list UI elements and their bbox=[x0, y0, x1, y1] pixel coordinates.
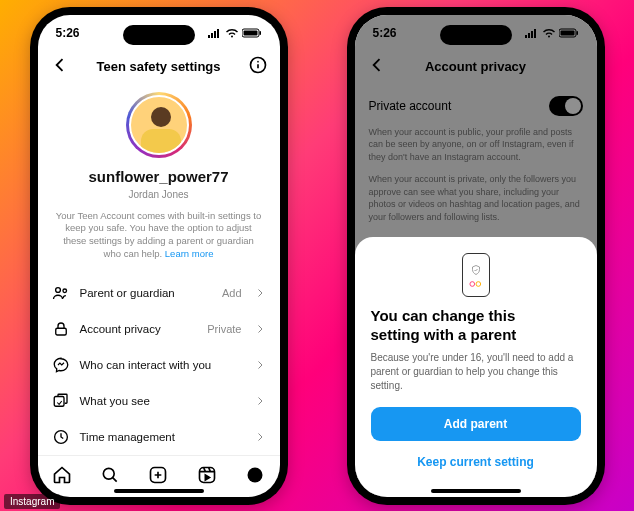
screen-left: 5:26 Teen safety settings sunflower_powe… bbox=[38, 15, 280, 497]
svg-point-15 bbox=[103, 468, 114, 479]
menu-item-parent-guardian[interactable]: Parent or guardian Add bbox=[52, 275, 266, 311]
chevron-right-icon bbox=[254, 395, 266, 407]
menu-value: Add bbox=[222, 287, 242, 299]
screen-right: 5:26 Account privacy Private account bbox=[355, 15, 597, 497]
content-area: sunflower_power77 Jordan Jones Your Teen… bbox=[38, 86, 280, 455]
info-button[interactable] bbox=[248, 55, 268, 78]
svg-point-33 bbox=[476, 281, 481, 286]
svg-rect-1 bbox=[211, 33, 213, 38]
status-icons bbox=[208, 28, 262, 38]
menu-item-what-you-see[interactable]: What you see bbox=[52, 383, 266, 419]
sheet-body: Because you're under 16, you'll need to … bbox=[371, 351, 581, 393]
nav-profile[interactable] bbox=[245, 465, 265, 485]
battery-icon bbox=[242, 28, 262, 38]
phone-left: 5:26 Teen safety settings sunflower_powe… bbox=[30, 7, 288, 505]
sheet-title-l1: You can change this bbox=[371, 307, 516, 324]
menu-label: Time management bbox=[80, 431, 244, 443]
mini-phone-icon bbox=[462, 253, 490, 297]
sheet-illustration bbox=[371, 253, 581, 297]
settings-menu: Parent or guardian Add Account privacy P… bbox=[52, 275, 266, 455]
svg-point-9 bbox=[257, 60, 259, 62]
menu-label: Account privacy bbox=[80, 323, 198, 335]
svg-point-11 bbox=[62, 289, 66, 293]
add-parent-button[interactable]: Add parent bbox=[371, 407, 581, 441]
sheet-title: You can change this setting with a paren… bbox=[371, 307, 581, 345]
phone-right: 5:26 Account privacy Private account bbox=[347, 7, 605, 505]
keep-setting-button[interactable]: Keep current setting bbox=[371, 451, 581, 473]
menu-item-time-management[interactable]: Time management bbox=[52, 419, 266, 455]
svg-rect-20 bbox=[199, 468, 214, 483]
nav-new-post[interactable] bbox=[148, 465, 168, 485]
svg-point-10 bbox=[55, 287, 60, 292]
home-indicator bbox=[114, 489, 204, 493]
status-time: 5:26 bbox=[56, 26, 80, 40]
chevron-right-icon bbox=[254, 359, 266, 371]
page-title: Teen safety settings bbox=[96, 59, 220, 74]
desc-text: Your Teen Account comes with built-in se… bbox=[56, 210, 261, 259]
dynamic-island bbox=[440, 25, 512, 45]
menu-item-interact[interactable]: Who can interact with you bbox=[52, 347, 266, 383]
clock-icon bbox=[52, 428, 70, 446]
svg-point-24 bbox=[248, 468, 263, 483]
account-description: Your Teen Account comes with built-in se… bbox=[52, 210, 266, 261]
menu-value: Private bbox=[207, 323, 241, 335]
home-indicator bbox=[431, 489, 521, 493]
signal-icon bbox=[208, 28, 222, 38]
media-icon bbox=[52, 392, 70, 410]
menu-label: What you see bbox=[80, 395, 244, 407]
shield-icon bbox=[470, 263, 482, 277]
svg-rect-3 bbox=[217, 29, 219, 38]
nav-home[interactable] bbox=[52, 465, 72, 485]
svg-rect-0 bbox=[208, 35, 210, 38]
svg-rect-12 bbox=[55, 328, 66, 335]
learn-more-link[interactable]: Learn more bbox=[165, 248, 214, 259]
chevron-right-icon bbox=[254, 287, 266, 299]
nav-search[interactable] bbox=[100, 465, 120, 485]
svg-line-16 bbox=[113, 478, 117, 482]
messenger-icon bbox=[52, 356, 70, 374]
avatar bbox=[129, 95, 189, 155]
dynamic-island bbox=[123, 25, 195, 45]
chevron-right-icon bbox=[254, 431, 266, 443]
menu-item-account-privacy[interactable]: Account privacy Private bbox=[52, 311, 266, 347]
svg-rect-2 bbox=[214, 31, 216, 38]
back-button[interactable] bbox=[50, 55, 70, 78]
nav-reels[interactable] bbox=[197, 465, 217, 485]
username: sunflower_power77 bbox=[52, 168, 266, 185]
sheet-title-l2: setting with a parent bbox=[371, 326, 517, 343]
avatar-story-ring[interactable] bbox=[126, 92, 192, 158]
modal-overlay: You can change this setting with a paren… bbox=[355, 15, 597, 497]
svg-rect-6 bbox=[259, 31, 261, 35]
infinity-icon bbox=[469, 280, 483, 288]
image-credit: Instagram bbox=[4, 494, 60, 509]
bottom-sheet: You can change this setting with a paren… bbox=[355, 237, 597, 497]
menu-label: Parent or guardian bbox=[80, 287, 212, 299]
people-icon bbox=[52, 284, 70, 302]
menu-label: Who can interact with you bbox=[80, 359, 244, 371]
real-name: Jordan Jones bbox=[52, 189, 266, 200]
page-header: Teen safety settings bbox=[38, 51, 280, 86]
chevron-right-icon bbox=[254, 323, 266, 335]
svg-point-32 bbox=[469, 281, 474, 286]
svg-rect-5 bbox=[243, 30, 257, 35]
lock-icon bbox=[52, 320, 70, 338]
wifi-icon bbox=[225, 28, 239, 38]
